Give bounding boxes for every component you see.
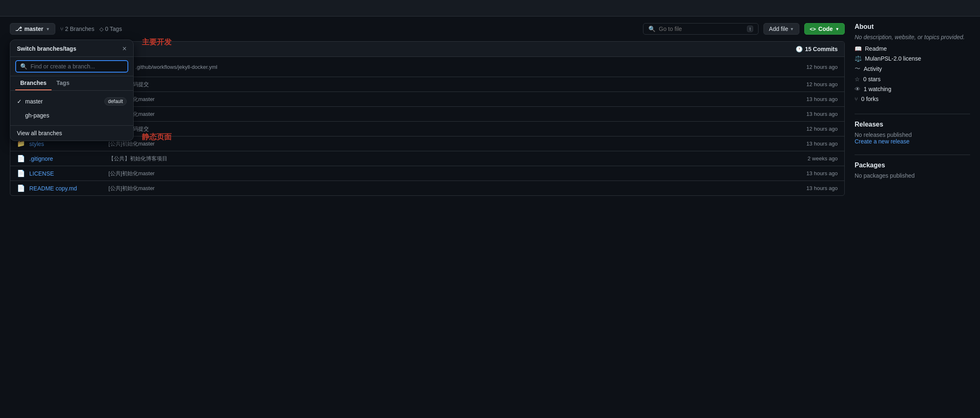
branch-list: ✓ master default ✓ gh-pages <box>10 91 133 125</box>
file-name-link[interactable]: README copy.md <box>29 185 104 192</box>
file-time: 13 hours ago <box>788 96 838 102</box>
branch-name: master <box>25 98 43 105</box>
about-desc: No description, website, or topics provi… <box>855 34 970 40</box>
file-row: 📁 src [公共]初始化master 13 hours ago <box>10 107 844 122</box>
file-time: 13 hours ago <box>788 170 838 176</box>
file-icon: 📄 <box>17 155 24 162</box>
watching-label[interactable]: 1 watching <box>864 86 891 92</box>
no-packages-text: No packages published <box>855 172 970 179</box>
sidebar-divider <box>855 114 970 114</box>
commits-count-link[interactable]: 15 Commits <box>805 46 838 52</box>
dropdown-footer: View all branches <box>10 125 133 141</box>
commits-history: 🕐 15 Commits <box>796 46 838 52</box>
file-commit-msg: 【公共】初始化博客项目 <box>108 155 783 162</box>
file-time: 12 hours ago <box>788 126 838 132</box>
branch-icon: ⎇ <box>15 26 22 32</box>
scale-icon: ⚖️ <box>855 55 862 62</box>
file-commit-msg: [公共]初始化master <box>108 185 783 192</box>
go-to-file-search[interactable]: 🔍 t <box>643 23 759 35</box>
code-label: Code <box>818 26 833 32</box>
branches-tab[interactable]: Branches <box>15 76 52 90</box>
file-row: 📄 README copy.md [公共]初始化master 13 hours … <box>10 181 844 195</box>
branch-fork-icon: ⑂ <box>60 26 64 32</box>
file-time: 2 weeks ago <box>788 155 838 162</box>
view-all-branches-link[interactable]: View all branches <box>17 130 62 136</box>
add-file-button[interactable]: Add file ▼ <box>763 23 799 35</box>
file-name-link[interactable]: LICENSE <box>29 170 104 177</box>
file-icon: 📄 <box>17 169 24 177</box>
keyboard-shortcut-badge: t <box>747 26 753 32</box>
stars-row[interactable]: ☆ 0 stars <box>855 74 970 84</box>
dropdown-header: Switch branches/tags × <box>10 40 133 57</box>
readme-label[interactable]: Readme <box>865 45 887 52</box>
branch-tags-tabs: Branches Tags <box>10 76 133 91</box>
file-commit-msg: [公共]初始化master <box>108 110 783 118</box>
branch-item-gh-pages[interactable]: ✓ gh-pages <box>10 109 133 122</box>
stars-label[interactable]: 0 stars <box>863 76 881 82</box>
file-commit-msg: [公共]初始化master <box>108 140 783 148</box>
file-icon: 📄 <box>17 184 24 192</box>
file-table-header: 430fab9 · 12 hours ago 🕐 15 Commits <box>10 42 844 57</box>
create-release-link[interactable]: Create a new release <box>855 138 909 145</box>
about-section: About No description, website, or topics… <box>855 23 970 104</box>
code-icon: <> <box>810 26 816 32</box>
watching-row[interactable]: 👁 1 watching <box>855 84 970 94</box>
star-icon: ☆ <box>855 76 860 82</box>
branch-selector-button[interactable]: ⎇ master ▼ <box>10 23 55 35</box>
file-commit-msg: Delete .github/workflows/jekyll-docker.y… <box>118 64 783 70</box>
go-to-file-input[interactable] <box>659 26 744 32</box>
readme-link[interactable]: 📖 Readme <box>855 44 970 54</box>
branch-search-input[interactable] <box>31 63 123 70</box>
file-time: 13 hours ago <box>788 111 838 117</box>
tags-link[interactable]: ◇ 0 Tags <box>99 26 122 32</box>
file-name-link[interactable]: .gitignore <box>29 155 104 162</box>
file-commit-msg: [初始化]代码提交 <box>108 81 783 88</box>
file-time: 13 hours ago <box>788 185 838 191</box>
file-commit-msg: [初始化]代码提交 <box>108 125 783 133</box>
file-row: 📁 posts [初始化]代码提交 12 hours ago <box>10 77 844 92</box>
about-heading: About <box>855 23 970 31</box>
file-commit-msg: [公共]初始化master <box>108 96 783 103</box>
file-name-link[interactable]: styles <box>29 141 104 147</box>
readme-icon: 📖 <box>855 45 862 52</box>
dropdown-title: Switch branches/tags <box>17 45 76 52</box>
history-icon: 🕐 <box>796 46 803 52</box>
license-link[interactable]: ⚖️ MulanPSL-2.0 license <box>855 54 970 63</box>
branches-link[interactable]: ⑂ 2 Branches <box>60 26 94 32</box>
branch-search-field[interactable]: 🔍 <box>15 60 128 73</box>
chevron-down-icon: ▼ <box>46 27 50 31</box>
eye-icon: 👁 <box>855 86 860 92</box>
add-file-label: Add file <box>769 26 788 32</box>
close-dropdown-button[interactable]: × <box>122 45 127 52</box>
activity-icon: 〜 <box>855 65 860 73</box>
file-row: 📁 .github/workflows/jekyll-docker.yml ✕ … <box>10 57 844 77</box>
default-badge: default <box>104 97 127 106</box>
activity-link[interactable]: 〜 Activity <box>855 63 970 74</box>
file-row: 📁 styles [公共]初始化master 13 hours ago <box>10 136 844 151</box>
dropdown-search-area: 🔍 <box>10 57 133 76</box>
file-time: 12 hours ago <box>788 64 838 70</box>
check-icon: ✓ <box>17 98 22 105</box>
branch-dropdown: Switch branches/tags × 🔍 Branches Tags ✓… <box>10 40 134 141</box>
file-row: 📄 .gitignore 【公共】初始化博客项目 2 weeks ago <box>10 151 844 166</box>
no-releases-text: No releases published <box>855 132 970 138</box>
packages-heading: Packages <box>855 162 970 169</box>
search-icon: 🔍 <box>20 63 27 70</box>
releases-section: Releases No releases published Create a … <box>855 121 970 145</box>
file-commit-msg: [公共]初始化master <box>108 170 783 177</box>
activity-label[interactable]: Activity <box>864 66 882 72</box>
tags-tab[interactable]: Tags <box>52 76 75 90</box>
forks-row[interactable]: ⑂ 0 forks <box>855 94 970 104</box>
file-table: 430fab9 · 12 hours ago 🕐 15 Commits 📁 .g… <box>10 41 845 196</box>
forks-label[interactable]: 0 forks <box>861 96 879 102</box>
main-layout: ⎇ master ▼ ⑂ 2 Branches ◇ 0 Tags 🔍 t Add… <box>0 16 980 202</box>
code-button[interactable]: <> Code ▼ <box>804 23 845 35</box>
top-bar <box>0 0 980 16</box>
chevron-down-icon: ▼ <box>835 27 839 31</box>
repo-actions-bar: ⎇ master ▼ ⑂ 2 Branches ◇ 0 Tags 🔍 t Add… <box>10 23 845 35</box>
content-area: ⎇ master ▼ ⑂ 2 Branches ◇ 0 Tags 🔍 t Add… <box>10 23 845 196</box>
file-row: 📁 public [公共]初始化master 13 hours ago <box>10 92 844 107</box>
license-label[interactable]: MulanPSL-2.0 license <box>865 55 921 62</box>
file-row: 📄 LICENSE [公共]初始化master 13 hours ago <box>10 166 844 181</box>
branch-item-master[interactable]: ✓ master default <box>10 94 133 109</box>
